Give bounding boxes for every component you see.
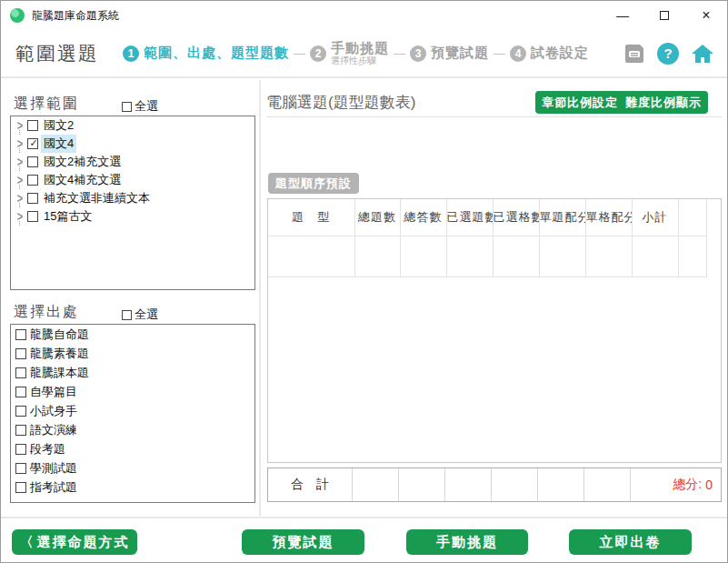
checkbox[interactable] (15, 463, 26, 474)
chevron-right-icon[interactable]: > (15, 136, 25, 151)
title-divider (266, 116, 722, 117)
generate-paper-button[interactable]: 立即出卷 (569, 529, 692, 555)
total-score-label: 總分: (673, 477, 702, 493)
manual-pick-button[interactable]: 手動挑題 (406, 529, 528, 555)
checkbox[interactable] (15, 425, 26, 436)
tree-item[interactable]: > 國文4 (11, 135, 254, 153)
step-1-circle: 1 (123, 45, 139, 62)
checkbox[interactable] (27, 175, 38, 186)
source-panel-title: 選擇出處 (14, 303, 79, 322)
step-2-manual-pick[interactable]: 2 手動挑題 選擇性步驟 (310, 41, 389, 66)
tree-item[interactable]: > 國文2 (11, 116, 254, 135)
col-total-questions: 總題數 (354, 199, 400, 236)
list-item[interactable]: 指考試題 (11, 478, 254, 497)
step-separator: — (294, 46, 305, 60)
list-item[interactable]: 小試身手 (11, 401, 254, 420)
minimize-button[interactable]: — (602, 1, 643, 30)
preview-questions-button[interactable]: 預覽試題 (242, 529, 364, 555)
checkbox[interactable] (15, 444, 26, 455)
header: 範圍選題 1 範圍、出處、題型題數 — 2 手動挑題 選擇性步驟 — 3 預覽試… (1, 30, 727, 78)
total-score: 總分: 0 (631, 468, 721, 501)
checkbox[interactable] (27, 193, 38, 204)
close-button[interactable]: × (685, 1, 727, 30)
col-points-per-blank: 單格配分 (585, 199, 632, 236)
checkbox[interactable] (15, 367, 26, 378)
maximize-icon (660, 11, 669, 20)
table-row (268, 236, 706, 276)
checkbox[interactable] (15, 348, 26, 359)
col-subtotal: 小計 (632, 199, 678, 236)
titlebar: 龍騰題庫命題系統 — × (1, 1, 727, 30)
difficulty-ratio-button[interactable]: 難度比例顯示 (619, 91, 708, 114)
col-selected-blanks: 已選格數 (493, 199, 539, 236)
col-question-type: 題 型 (268, 199, 354, 236)
list-item[interactable]: 學測試題 (11, 458, 254, 478)
tree-item[interactable]: > 15篇古文 (11, 207, 254, 226)
footer-divider (1, 517, 728, 518)
question-order-preset-button[interactable]: 題型順序預設 (268, 173, 359, 194)
chevron-right-icon[interactable]: > (15, 173, 25, 187)
checkbox[interactable] (15, 329, 26, 340)
checkbox[interactable] (27, 211, 38, 222)
app-window: 龍騰題庫命題系統 — × 範圍選題 1 範圍、出處、題型題數 — 2 手動挑題 … (0, 0, 728, 563)
save-icon[interactable] (623, 43, 645, 65)
computer-select-title: 電腦選題(題型題數表) (266, 92, 415, 113)
chevron-right-icon[interactable]: > (15, 118, 25, 133)
question-type-table: 題 型 總題數 總答數 已選題數 已選格數 單題配分 單格配分 小計 (268, 199, 707, 277)
checkbox[interactable] (27, 156, 38, 167)
list-item[interactable]: 自學篇目 (11, 382, 254, 401)
checkbox[interactable] (15, 482, 26, 493)
col-points-per-question: 單題配分 (539, 199, 585, 236)
source-select-all[interactable]: 全選 (122, 307, 158, 323)
help-icon[interactable]: ? (657, 43, 679, 65)
range-select-all-checkbox (122, 102, 132, 112)
tree-item[interactable]: > 國文4補充文選 (11, 171, 254, 189)
source-list: 龍騰自命題 龍騰素養題 龍騰課本題 自學篇目 小試身手 語文演練 段考題 學測 (10, 324, 255, 503)
home-icon[interactable] (691, 43, 714, 65)
range-select-all[interactable]: 全選 (122, 98, 158, 115)
range-panel-title: 選擇範圍 (14, 95, 79, 114)
app-title: 龍騰題庫命題系統 (32, 8, 119, 24)
col-total-answers: 總答數 (400, 199, 446, 236)
summary-total-label: 合 計 (268, 468, 353, 501)
checkbox[interactable] (27, 120, 38, 131)
step-1-range[interactable]: 1 範圍、出處、題型題數 (123, 45, 289, 62)
tree-item[interactable]: > 補充文選非連續文本 (11, 189, 254, 207)
chapter-ratio-button[interactable]: 章節比例設定 (535, 91, 624, 114)
app-logo-icon (10, 8, 25, 23)
chevron-right-icon[interactable]: > (15, 155, 25, 169)
vertical-divider (259, 80, 261, 516)
col-extra (678, 199, 706, 236)
range-tree: > 國文2 > 國文4 > 國文2補充文選 > 國文4補充文選 > 補充文選非連… (10, 116, 255, 290)
summary-row: 合 計 總分: 0 (267, 467, 722, 502)
step-4-circle: 4 (510, 45, 526, 62)
step-3-preview[interactable]: 3 預覽試題 (410, 45, 489, 62)
step-4-paper-settings[interactable]: 4 試卷設定 (510, 45, 589, 62)
list-item[interactable]: 龍騰課本題 (11, 363, 254, 382)
list-item[interactable]: 語文演練 (11, 420, 254, 439)
table-header-row: 題 型 總題數 總答數 已選題數 已選格數 單題配分 單格配分 小計 (268, 199, 706, 236)
window-controls: — × (602, 1, 727, 30)
checkbox[interactable] (27, 138, 38, 149)
tree-item[interactable]: > 國文2補充文選 (11, 153, 254, 171)
chevron-right-icon[interactable]: > (15, 209, 25, 224)
step-separator: — (494, 46, 505, 60)
page-title: 範圍選題 (15, 41, 99, 66)
checkbox[interactable] (15, 406, 26, 417)
list-item[interactable]: 段考題 (11, 439, 254, 458)
step-separator: — (394, 46, 405, 60)
step-indicator: 1 範圍、出處、題型題數 — 2 手動挑題 選擇性步驟 — 3 預覽試題 — 4… (123, 41, 589, 66)
back-to-mode-button[interactable]: 〈 選擇命題方式 (12, 529, 137, 555)
header-icons: ? (623, 43, 714, 65)
chevron-right-icon[interactable]: > (15, 191, 25, 206)
list-item[interactable]: 龍騰自命題 (11, 325, 254, 344)
step-3-circle: 3 (410, 45, 426, 62)
chevron-left-icon: 〈 (20, 534, 34, 551)
col-selected-questions: 已選題數 (446, 199, 493, 236)
checkbox[interactable] (15, 387, 26, 397)
total-score-value: 0 (705, 478, 713, 492)
maximize-button[interactable] (643, 1, 685, 30)
step-2-circle: 2 (310, 45, 326, 62)
step-2-sublabel: 選擇性步驟 (331, 55, 389, 65)
list-item[interactable]: 龍騰素養題 (11, 344, 254, 363)
